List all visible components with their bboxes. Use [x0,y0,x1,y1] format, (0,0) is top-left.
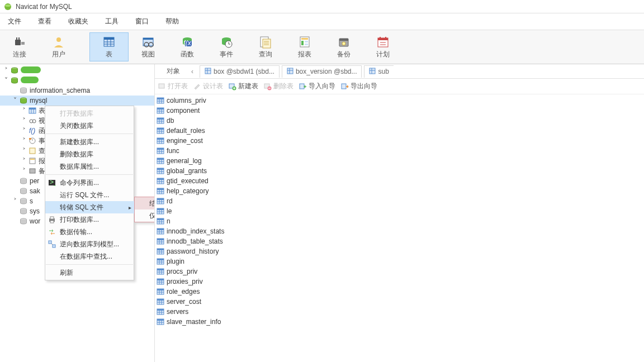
context-item[interactable]: 在数据库中查找... [45,250,135,263]
menu-tools[interactable]: 工具 [101,16,123,27]
table-row[interactable]: general_log [155,156,644,166]
database-context-menu[interactable]: 打开数据库关闭数据库新建数据库...删除数据库数据库属性...>_命令列界面..… [45,106,134,280]
svg-rect-151 [157,218,164,220]
twisty-icon[interactable]: ˃ [20,127,28,135]
submenu-item[interactable]: 结构和数据... [135,197,155,209]
table-row[interactable]: default_roles [155,126,644,136]
twisty-icon[interactable]: ˃ [20,147,28,155]
context-item[interactable]: >_命令列界面... [45,177,135,189]
table-row[interactable]: le [155,206,644,216]
context-item[interactable]: 新建数据库... [45,136,135,148]
schedule-icon [376,35,390,49]
submenu-item[interactable]: 仅结构... [135,209,155,222]
table-row[interactable]: component [155,106,644,116]
svg-rect-196 [157,309,164,311]
table-row[interactable]: engine_cost [155,136,644,146]
node-icon: f() [28,126,37,135]
table-icon [156,177,165,185]
submenu-label: 结构和数据... [149,199,155,208]
table-row[interactable]: server_cost [155,297,644,307]
context-item[interactable]: 数据传输... [45,226,135,238]
context-item[interactable]: 打印数据库... [45,213,135,226]
context-item[interactable]: 运行 SQL 文件... [45,189,135,201]
table-row[interactable]: slave_master_info [155,317,644,327]
table-row[interactable]: proxies_priv [155,277,644,287]
menu-favorites[interactable]: 收藏夹 [64,16,93,27]
table-row[interactable]: plugin [155,256,644,266]
node-icon [19,86,28,95]
action-design-table[interactable]: 设计表 [193,82,223,91]
toolbar-query[interactable]: 查询 [246,32,285,61]
twisty-icon[interactable]: ˃ [20,137,28,145]
toolbar-view[interactable]: 视图 [129,32,168,61]
context-item[interactable]: 刷新 [45,266,135,279]
tab-sub[interactable]: sub [364,65,393,78]
twisty-icon[interactable]: ˃ [11,197,19,205]
toolbar-user[interactable]: 用户 [39,32,78,61]
menu-window[interactable]: 窗口 [131,16,153,27]
table-name: proxies_priv [167,278,203,285]
report-icon [298,35,311,49]
connection-1[interactable]: ˃ [0,65,154,75]
app-logo-icon [3,2,12,11]
action-export[interactable]: 导出向导 [341,82,377,91]
table-row[interactable]: password_history [155,246,644,256]
action-import[interactable]: 导入向导 [299,82,335,91]
table-icon [156,146,165,155]
table-row[interactable]: innodb_table_stats [155,236,644,246]
toolbar-backup[interactable]: 备份 [324,32,363,61]
context-item[interactable]: 数据库属性... [45,160,135,173]
twisty-icon[interactable]: ˃ [20,107,28,115]
menu-file[interactable]: 文件 [3,16,26,27]
table-icon [205,68,211,76]
table-row[interactable]: global_grants [155,166,644,176]
tab-box-version[interactable]: box_version @sbd... [282,65,362,78]
tab-box[interactable]: box @sbdwl1 (sbd... [200,65,280,78]
svg-rect-59 [30,159,35,160]
node-icon [10,66,19,75]
context-item[interactable]: 转储 SQL 文件▸ [45,201,135,213]
table-row[interactable]: func [155,146,644,156]
view-icon [141,35,155,49]
toolbar-schedule[interactable]: 计划 [363,32,402,61]
twisty-icon[interactable]: ˃ [20,167,28,175]
table-row[interactable]: role_edges [155,287,644,297]
action-open-table[interactable]: 打开表 [158,82,188,91]
table-row[interactable]: n [155,216,644,226]
dump-sql-submenu[interactable]: 结构和数据...仅结构... [134,197,155,222]
context-item[interactable]: 逆向数据库到模型... [45,238,135,250]
twisty-icon[interactable]: ˃ [20,157,28,165]
action-new-table[interactable]: 新建表 [229,82,258,91]
toolbar-fx[interactable]: f(x)函数 [168,32,207,61]
twisty-icon[interactable]: ˃ [2,66,10,74]
table-row[interactable]: servers [155,307,644,317]
table-row[interactable]: rd [155,196,644,206]
toolbar-report[interactable]: 报表 [285,32,324,61]
twisty-icon[interactable]: ˃ [20,117,28,125]
twisty-icon[interactable]: ˅ [2,77,10,84]
table-row[interactable]: innodb_index_stats [155,226,644,236]
table-row[interactable]: gtid_executed [155,176,644,186]
tab-prev-icon[interactable]: ‹ [187,68,197,75]
node-icon [19,207,28,216]
tab-objects[interactable]: 对象 [156,65,185,78]
database-mysql[interactable]: ˅mysql [0,96,154,106]
menu-help[interactable]: 帮助 [161,16,183,27]
node-label: wor [30,217,40,225]
database-information-schema[interactable]: information_schema [0,85,154,96]
table-row[interactable]: db [155,116,644,126]
table-row[interactable]: help_category [155,186,644,196]
toolbar-plug[interactable]: 连接 [0,32,39,61]
toolbar-event[interactable]: 事件 [207,32,246,61]
titlebar: Navicat for MySQL [0,0,644,13]
menu-view[interactable]: 查看 [34,16,56,27]
table-row[interactable]: procs_priv [155,266,644,277]
context-label: 运行 SQL 文件... [60,190,109,200]
twisty-icon[interactable]: ˅ [11,97,19,104]
connection-2[interactable]: ˅ [0,75,154,85]
context-item[interactable]: 关闭数据库 [45,120,135,132]
context-item[interactable]: 删除数据库 [45,148,135,160]
toolbar-table[interactable]: 表 [89,32,129,61]
table-row[interactable]: columns_priv [155,96,644,106]
action-delete-table[interactable]: 删除表 [264,82,293,91]
